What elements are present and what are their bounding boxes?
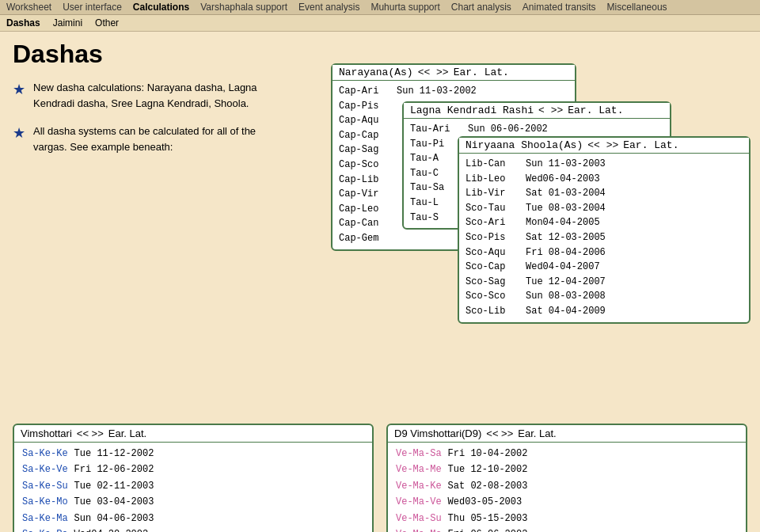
nir5-d: Sat 12-03-2005 [526,230,606,245]
nr2-l: Cap-Aqu [339,113,390,128]
nr9-l: Cap-Can [339,216,390,231]
d9-row-1: Ve-Ma-Me Tue 12-10-2002 [396,462,738,477]
nir10-l: Sco-Lib [466,304,519,319]
lr6-l: Tau-S [410,211,462,226]
nir-row-4: Sco-Ari Mon04-04-2005 [466,215,743,230]
nir7-d: Wed04-04-2007 [526,260,600,275]
nir1-d: Wed06-04-2003 [526,172,600,187]
narayana-row-0-date: Sun 11-03-2002 [397,84,477,99]
nr6-l: Cap-Lib [339,173,390,188]
vim-row-1: Sa-Ke-Ve Fri 12-06-2002 [22,462,364,477]
narayana-label: Narayana(As) [339,66,413,78]
nir-row-10: Sco-Lib Sat 04-04-2009 [466,304,743,319]
nir8-l: Sco-Sag [466,275,519,290]
nr8-l: Cap-Leo [339,202,390,217]
niryaana-content: Lib-Can Sun 11-03-2003 Lib-Leo Wed06-04-… [459,154,749,322]
d92-l: Ve-Ma-Ke [396,478,442,494]
narayana-row-0: Cap-Ari Sun 11-03-2002 [339,84,568,99]
subnav-jaimini[interactable]: Jaimini [53,17,82,28]
vimshottari-content: Sa-Ke-Ke Tue 11-12-2002 Sa-Ke-Ve Fri 12-… [14,443,372,532]
vim1-l: Sa-Ke-Ve [22,462,68,477]
d93-l: Ve-Ma-Ve [396,494,442,510]
vim5-d: Wed04-30-2003 [74,526,149,532]
niryaana-arrows[interactable]: << >> [587,139,618,151]
lr1-l: Tau-Pi [410,137,462,152]
d9-vimshottari-title: D9 Vimshottari(D9) << >> Ear. Lat. [388,425,746,443]
nir2-d: Sat 01-03-2004 [526,186,606,201]
nir4-d: Mon04-04-2005 [526,215,600,230]
vim-row-4: Sa-Ke-Ma Sun 04-06-2003 [22,511,364,526]
bottom-panels: Vimshottari << >> Ear. Lat. Sa-Ke-Ke Tue… [13,424,747,532]
sub-navigation: Dashas Jaimini Other [0,15,760,32]
d93-d: Wed03-05-2003 [448,494,522,510]
vimshottari-title: Vimshottari << >> Ear. Lat. [14,425,372,443]
nir0-d: Sun 11-03-2003 [526,157,606,172]
vimshottari-arrows[interactable]: << >> [77,428,104,439]
nir-row-7: Sco-Cap Wed04-04-2007 [466,260,743,275]
narayana-extra[interactable]: Ear. Lat. [454,66,509,78]
lr0-l: Tau-Ari [410,122,462,137]
nav-user-interface[interactable]: User interface [63,2,122,13]
nir6-d: Fri 08-04-2006 [526,245,606,260]
vim-row-5: Sa-Ke-Ra Wed04-30-2003 [22,526,364,532]
d9-vimshottari-arrows[interactable]: << >> [486,428,513,439]
nav-event-analysis[interactable]: Event analysis [298,2,359,13]
d9-vimshottari-extra[interactable]: Ear. Lat. [518,428,556,439]
nir-row-9: Sco-Sco Sun 08-03-2008 [466,289,743,304]
nir-row-1: Lib-Leo Wed06-04-2003 [466,172,743,187]
d95-l: Ve-Ma-Mo [396,526,442,532]
nav-calculations[interactable]: Calculations [133,2,189,13]
narayana-title: Narayana(As) << >> Ear. Lat. [332,65,575,81]
info-text-2: All dasha systems can be calculated for … [33,124,271,154]
main-content: Dashas ★ New dasha calculations: Narayan… [0,32,760,532]
star-icon-2: ★ [13,124,25,142]
nav-muhurta[interactable]: Muhurta support [370,2,439,13]
vimshottari-label: Vimshottari [21,428,72,439]
subnav-other[interactable]: Other [95,17,119,28]
nav-chart-analysis[interactable]: Chart analysis [451,2,511,13]
niryaana-label: Niryaana Shoola(As) [466,139,583,151]
nir3-l: Sco-Tau [466,201,519,216]
vim4-l: Sa-Ke-Ma [22,511,68,526]
lagna-extra[interactable]: Ear. Lat. [568,104,623,116]
nir-row-3: Sco-Tau Tue 08-03-2004 [466,201,743,216]
vim-row-3: Sa-Ke-Mo Tue 03-04-2003 [22,494,364,510]
d9-vimshottari-content: Ve-Ma-Sa Fri 10-04-2002 Ve-Ma-Me Tue 12-… [388,443,746,532]
nir-row-5: Sco-Pis Sat 12-03-2005 [466,230,743,245]
lr2-l: Tau-A [410,151,462,166]
nr5-l: Cap-Sco [339,158,390,173]
vim5-l: Sa-Ke-Ra [22,526,68,532]
nir3-d: Tue 08-03-2004 [526,201,606,216]
vim1-d: Fri 12-06-2002 [74,462,154,477]
nav-miscellaneous[interactable]: Miscellaneous [607,2,667,13]
top-navigation: Worksheet User interface Calculations Va… [0,0,760,15]
lr3-l: Tau-C [410,166,462,181]
subnav-dashas[interactable]: Dashas [6,17,40,28]
vim2-d: Tue 02-11-2003 [74,478,154,494]
vimshottari-panel: Vimshottari << >> Ear. Lat. Sa-Ke-Ke Tue… [13,424,374,532]
d94-l: Ve-Ma-Su [396,511,442,526]
narayana-arrows[interactable]: << >> [418,66,449,78]
d9-row-0: Ve-Ma-Sa Fri 10-04-2002 [396,446,738,462]
d90-l: Ve-Ma-Sa [396,446,442,462]
d9-vimshottari-panel: D9 Vimshottari(D9) << >> Ear. Lat. Ve-Ma… [386,424,747,532]
nav-varshaphala[interactable]: Varshaphala support [200,2,287,13]
lagna-arrows[interactable]: < >> [538,104,563,116]
nav-animated-transits[interactable]: Animated transits [522,2,596,13]
info-text-1: New dasha calculations: Narayana dasha, … [33,80,271,111]
nir5-l: Sco-Pis [466,230,519,245]
niryaana-extra[interactable]: Ear. Lat. [623,139,678,151]
d9-vimshottari-label: D9 Vimshottari(D9) [394,428,481,439]
niryaana-box: Niryaana Shoola(As) << >> Ear. Lat. Lib-… [458,136,750,324]
lr5-l: Tau-L [410,196,462,211]
d94-d: Thu 05-15-2003 [448,511,528,526]
nav-worksheet[interactable]: Worksheet [6,2,51,13]
d91-d: Tue 12-10-2002 [448,462,528,477]
nir-row-0: Lib-Can Sun 11-03-2003 [466,157,743,172]
vim3-d: Tue 03-04-2003 [74,494,154,510]
vimshottari-extra[interactable]: Ear. Lat. [108,428,146,439]
narayana-row-0-label: Cap-Ari [339,84,390,99]
nr7-l: Cap-Vir [339,187,390,202]
nr10-l: Cap-Gem [339,231,390,246]
d95-d: Fri 06-06-2003 [448,526,528,532]
